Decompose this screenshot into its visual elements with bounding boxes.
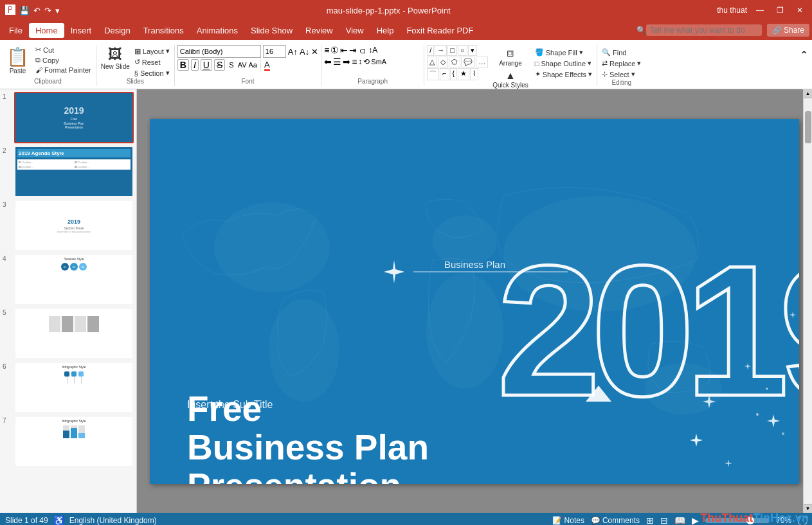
reading-view-button[interactable]: 📖 <box>674 515 685 525</box>
decrease-font-button[interactable]: A↓ <box>300 47 309 57</box>
clear-formatting-button[interactable]: ✕ <box>311 47 318 57</box>
change-case-button[interactable]: Aa <box>249 61 257 69</box>
copy-button[interactable]: ⧉ Copy <box>33 55 93 65</box>
font-size-input[interactable] <box>263 45 286 58</box>
window-close-button[interactable]: ✕ <box>793 4 807 16</box>
columns-button[interactable]: ⫏ <box>358 45 367 55</box>
slide-thumbnail-4[interactable]: 4 Timeline Style 01 02 03 <box>3 254 134 305</box>
menu-animations[interactable]: Animations <box>190 23 244 38</box>
circle-shape-button[interactable]: ○ <box>458 45 467 56</box>
more-shapes2-button[interactable]: … <box>476 57 488 67</box>
quick-styles-button[interactable]: ▲ Quick Styles <box>491 69 530 90</box>
slide-thumbnail-3[interactable]: 3 2019 Section Break Insert title of thi… <box>3 200 134 251</box>
menu-design[interactable]: Design <box>98 23 136 38</box>
brace-shape[interactable]: { <box>450 68 458 80</box>
thumbnail-image-5[interactable] <box>14 308 134 359</box>
thumbnail-image-4[interactable]: Timeline Style 01 02 03 <box>14 254 134 305</box>
slide-thumbnail-5[interactable]: 5 <box>3 308 134 359</box>
slide-canvas[interactable]: Business Plan 2019 <box>150 119 799 484</box>
format-painter-button[interactable]: 🖌 Format Painter <box>33 66 93 75</box>
text-shadow-button[interactable]: S <box>227 61 235 69</box>
accessibility-icon[interactable]: ♿ <box>53 515 64 525</box>
font-color-button[interactable]: A <box>264 60 270 71</box>
smart-art-button[interactable]: ⟲ <box>363 57 370 66</box>
window-minimize-button[interactable]: — <box>752 4 768 16</box>
redo-icon[interactable]: ↷ <box>44 6 51 15</box>
font-spacing-button[interactable]: AV <box>238 61 247 69</box>
undo-icon[interactable]: ↶ <box>33 6 41 15</box>
shape-outline-button[interactable]: □ Shape Outline▾ <box>533 58 594 68</box>
menu-slideshow[interactable]: Slide Show <box>244 23 299 38</box>
align-left-button[interactable]: ⬅ <box>324 57 332 67</box>
search-input[interactable] <box>646 24 762 36</box>
replace-button[interactable]: ⇄ Replace▾ <box>600 58 643 68</box>
increase-indent-button[interactable]: ⇥ <box>349 45 357 55</box>
arrow-shape-button[interactable]: → <box>435 45 447 56</box>
bold-button[interactable]: B <box>177 59 189 71</box>
collapse-ribbon-button[interactable]: ⌃ <box>796 48 812 62</box>
more-shapes-button[interactable]: ▾ <box>468 45 477 56</box>
ribbon-shape[interactable]: ⌇ <box>470 68 478 80</box>
menu-help[interactable]: Help <box>370 23 401 38</box>
scroll-thumb[interactable] <box>805 111 811 143</box>
triangle-shape-button[interactable]: △ <box>427 57 437 67</box>
normal-view-button[interactable]: ⊞ <box>646 515 654 525</box>
convert-to-smartart-button[interactable]: SmA <box>371 58 386 66</box>
cut-button[interactable]: ✂ Cut <box>33 45 93 55</box>
notes-button[interactable]: 📝 Notes <box>552 516 584 525</box>
customize-icon[interactable]: ▾ <box>55 6 60 15</box>
callout-shape-button[interactable]: 💬 <box>461 57 475 67</box>
strikethrough-button[interactable]: S <box>214 59 225 71</box>
slide-thumbnail-1[interactable]: 1 2019 FreeBusiness PlanPresentation <box>3 92 134 143</box>
line-shape-button[interactable]: / <box>427 45 434 56</box>
align-center-button[interactable]: ☰ <box>333 57 341 67</box>
vertical-scrollbar[interactable]: ▲ ▼ <box>803 89 812 513</box>
slide-thumbnail-2[interactable]: 2 2019 Agenda Style 01 Conlum... 02 Conl… <box>3 146 134 197</box>
arrange-button[interactable]: ⧈ Arrange <box>491 45 530 68</box>
menu-review[interactable]: Review <box>299 23 339 38</box>
paste-button[interactable]: 📋 Paste <box>3 45 33 78</box>
menu-home[interactable]: Home <box>29 23 64 38</box>
language-indicator[interactable]: English (United Kingdom) <box>69 516 157 525</box>
diamond-shape-button[interactable]: ◇ <box>438 57 448 67</box>
star-shape[interactable]: ★ <box>458 68 469 80</box>
new-slide-button[interactable]: 🖼 New Slide <box>99 45 132 71</box>
bullets-button[interactable]: ≡ <box>324 45 329 55</box>
thumbnail-image-1[interactable]: 2019 FreeBusiness PlanPresentation <box>14 92 134 143</box>
thumbnail-image-2[interactable]: 2019 Agenda Style 01 Conlum... 02 Conlum… <box>14 146 134 197</box>
menu-file[interactable]: File <box>3 23 29 38</box>
window-restore-button[interactable]: ❐ <box>773 4 788 16</box>
find-button[interactable]: 🔍 Find <box>600 48 628 57</box>
increase-font-button[interactable]: A↑ <box>288 47 298 57</box>
comments-button[interactable]: 💬 Comments <box>591 516 640 525</box>
section-button[interactable]: § Section▾ <box>132 68 172 78</box>
line-spacing-button[interactable]: ↕ <box>358 57 362 66</box>
curved-connector[interactable]: ⌒ <box>427 68 439 80</box>
menu-insert[interactable]: Insert <box>64 23 98 38</box>
thumbnail-image-3[interactable]: 2019 Section Break Insert title of this … <box>14 200 134 251</box>
menu-transitions[interactable]: Transitions <box>137 23 190 38</box>
elbow-connector[interactable]: ⌐ <box>440 68 449 80</box>
underline-button[interactable]: U <box>201 59 212 71</box>
pentagon-shape-button[interactable]: ⬠ <box>449 57 460 67</box>
slide-thumbnail-6[interactable]: 6 Infographic Style <box>3 362 134 413</box>
layout-button[interactable]: ▦ Layout▾ <box>132 46 172 56</box>
justify-button[interactable]: ≡ <box>352 57 357 67</box>
rect-shape-button[interactable]: □ <box>447 45 457 56</box>
share-button[interactable]: 🔗 Share <box>767 24 809 37</box>
thumbnail-image-6[interactable]: Infographic Style <box>14 362 134 413</box>
slide-sorter-button[interactable]: ⊟ <box>660 515 668 525</box>
thumbnail-image-7[interactable]: Infographic Style <box>14 416 134 467</box>
shape-effects-button[interactable]: ✦ Shape Effects▾ <box>533 69 594 79</box>
menu-foxit[interactable]: Foxit Reader PDF <box>400 23 480 38</box>
select-button[interactable]: ⊹ Select▾ <box>600 69 637 79</box>
scroll-up-button[interactable]: ▲ <box>804 89 813 98</box>
numbering-button[interactable]: ① <box>330 45 339 55</box>
text-direction-button[interactable]: ↕A <box>368 46 377 55</box>
reset-button[interactable]: ↺ Reset <box>132 57 172 67</box>
align-right-button[interactable]: ➡ <box>343 57 350 67</box>
quick-save-icon[interactable]: 💾 <box>19 6 30 15</box>
font-family-input[interactable] <box>177 45 261 58</box>
menu-view[interactable]: View <box>339 23 370 38</box>
decrease-indent-button[interactable]: ⇤ <box>340 45 348 55</box>
